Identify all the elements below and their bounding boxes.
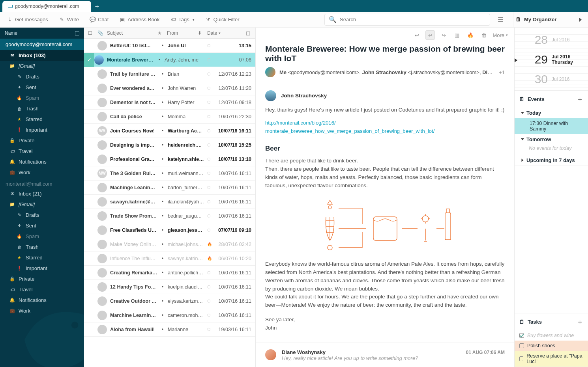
- sidebar-account[interactable]: monterail@mail.com: [0, 178, 84, 188]
- address-book-button[interactable]: ▣Address Book: [116, 14, 163, 25]
- row-checkbox[interactable]: ✓: [84, 53, 94, 67]
- mini-calendar[interactable]: 28Jul 201629Jul 2016Thursday30Jul 2016: [515, 28, 588, 91]
- message-row[interactable]: Ever wondered abou...•John Warren⬡12/07/…: [84, 81, 255, 95]
- col-attachment-icon[interactable]: 📎: [97, 30, 104, 36]
- task-item[interactable]: Reserve a place at "Papa Luci": [515, 351, 588, 367]
- col-from[interactable]: From: [167, 30, 195, 36]
- sidebar-item-private[interactable]: 🔒Private: [0, 274, 84, 284]
- quick-filter-button[interactable]: ⧩Quick Filter: [202, 14, 243, 25]
- message-row[interactable]: ✓Monterale Breweree: H...•Andy, John, me…: [84, 53, 255, 67]
- sidebar-item-drafts[interactable]: ✎Drafts: [0, 210, 84, 220]
- col-read-icon[interactable]: ◫: [246, 30, 251, 36]
- sidebar-item-private[interactable]: 🔒Private: [0, 135, 84, 146]
- task-checkbox[interactable]: [519, 343, 524, 348]
- task-checkbox[interactable]: [519, 356, 523, 361]
- search-box[interactable]: 🔍: [324, 14, 490, 26]
- tags-dropdown[interactable]: 🏷Tags▾: [167, 14, 197, 25]
- unread-dot-icon: •: [161, 227, 165, 233]
- message-row[interactable]: Trade Show Promotions•bednar_august@hend…: [84, 209, 255, 223]
- sidebar-item-starred[interactable]: ★Starred: [0, 114, 84, 125]
- sidebar-item-drafts[interactable]: ✎Drafts: [0, 71, 84, 82]
- col-date[interactable]: Date▾: [207, 30, 243, 36]
- forward-button[interactable]: ↪: [439, 30, 448, 40]
- message-link[interactable]: http://monterail.com/blog/2016/: [265, 120, 336, 126]
- sidebar-item-work[interactable]: 💼Work: [0, 167, 84, 178]
- add-task-button[interactable]: ＋: [577, 317, 583, 326]
- col-subject[interactable]: Subject: [107, 30, 154, 36]
- message-row[interactable]: Dementor is not that bad•Harry Potter⬡12…: [84, 95, 255, 110]
- sidebar-item-sent[interactable]: ✈Sent: [0, 82, 84, 93]
- task-item[interactable]: Polish shoes: [515, 341, 588, 351]
- calendar-day[interactable]: 30Jul 2016: [529, 69, 588, 89]
- calendar-day[interactable]: 28Jul 2016: [529, 30, 588, 50]
- sidebar-item-important[interactable]: ❗Important: [0, 125, 84, 135]
- event-item[interactable]: 17:30 Dinner with Sammy: [515, 118, 588, 134]
- more-actions[interactable]: More▾: [492, 32, 508, 38]
- task-item[interactable]: Buy flowers and wine: [515, 330, 588, 341]
- sidebar-item-important[interactable]: ❗Important: [0, 263, 84, 274]
- col-star-icon[interactable]: ★: [157, 30, 164, 36]
- message-row[interactable]: Influence The Influence...•sawayn.katrin…: [84, 251, 255, 266]
- sidebar-item-inbox-[interactable]: ✉Inbox (21): [0, 188, 84, 199]
- row-from: Andy, John, me: [165, 57, 204, 63]
- reply-button[interactable]: ↩: [412, 30, 421, 40]
- message-row[interactable]: Professional Graphic De...•katelynn.shie…: [84, 152, 255, 166]
- sender-avatar-small: [265, 90, 276, 101]
- events-section-header[interactable]: 🗓 Events ＋: [515, 91, 588, 108]
- add-event-button[interactable]: ＋: [577, 95, 583, 104]
- sender-avatar: [97, 211, 107, 221]
- message-row[interactable]: 12 Handy Tips For Gener...•koelpin.claud…: [84, 280, 255, 294]
- message-row[interactable]: Free Classfieds Using Th...•gleason.jess…: [84, 223, 255, 237]
- task-checkbox[interactable]: [519, 333, 524, 338]
- sidebar-item-spam[interactable]: 🔥Spam: [0, 93, 84, 103]
- message-row[interactable]: MWThe 3 Golden Rules Proff...•murl.weima…: [84, 166, 255, 181]
- sidebar-view-toggle-icon[interactable]: [75, 31, 79, 35]
- message-row[interactable]: Designing is important•heidenreich.din@y…: [84, 138, 255, 152]
- col-checkbox[interactable]: ☐: [88, 30, 94, 36]
- message-row[interactable]: Machinge Leaning is ...•barton_turner@ef…: [84, 181, 255, 195]
- calendar-day[interactable]: 29Jul 2016Thursday: [529, 50, 588, 69]
- sidebar-item-travel[interactable]: 🏷Travel: [0, 146, 84, 156]
- write-button[interactable]: ✎Write: [56, 14, 82, 25]
- sidebar-item--gmail-[interactable]: 📁[Gmail]: [0, 199, 84, 210]
- archive-button[interactable]: ▥: [452, 30, 462, 40]
- col-junk-icon[interactable]: ⬇: [198, 30, 204, 36]
- message-row[interactable]: sawayn.katrine@manley...•ila.nolan@yahoo…: [84, 195, 255, 209]
- message-row[interactable]: Creating Remarkable Po...•antone.pollich…: [84, 266, 255, 280]
- sidebar-item-spam[interactable]: 🔥Spam: [0, 231, 84, 242]
- message-row[interactable]: Aloha from Hawaii!•Marianne⬡19/03/16 16:…: [84, 322, 255, 337]
- chat-button[interactable]: 💬Chat: [87, 14, 112, 25]
- junk-button[interactable]: 🔥: [466, 30, 475, 40]
- message-row[interactable]: Make Money Online Thr...•michael.johnson…: [84, 237, 255, 251]
- events-tomorrow-toggle[interactable]: Tomorrow: [515, 134, 588, 145]
- sidebar-item-trash[interactable]: 🗑Trash: [0, 242, 84, 252]
- message-row[interactable]: Marchine Learning is ...•cameron.mohr@ar…: [84, 308, 255, 322]
- app-menu-button[interactable]: ☰: [495, 14, 506, 25]
- message-row[interactable]: BetterUI: 10 list...•John UI⬡13:15: [84, 39, 255, 53]
- delete-button[interactable]: 🗑: [479, 30, 489, 40]
- message-row[interactable]: Call da police•Momma⬡10/07/16 22:30: [84, 110, 255, 124]
- tasks-section-header[interactable]: 🗒 Tasks ＋: [515, 313, 588, 330]
- events-today-toggle[interactable]: Today: [515, 108, 588, 118]
- window-tab-active[interactable]: goodymoody@monterail.com: [2, 1, 91, 12]
- sidebar-item-notifications[interactable]: 🔔Notifications: [0, 156, 84, 167]
- reply-all-button[interactable]: ↩: [425, 30, 435, 40]
- new-tab-button[interactable]: +: [91, 2, 103, 12]
- sidebar-item-starred[interactable]: ★Starred: [0, 252, 84, 263]
- get-messages-button[interactable]: ⭳Get messages: [4, 14, 51, 25]
- collapse-organizer-icon[interactable]: [579, 18, 582, 22]
- thread-reply[interactable]: Diane Woshynsky 01 AUG 07:06 AM Hey, rea…: [256, 343, 514, 367]
- sidebar-item-inbox-[interactable]: ✉Inbox (103): [0, 50, 84, 61]
- sidebar-item--gmail-[interactable]: 📁[Gmail]: [0, 61, 84, 71]
- events-upcoming-toggle[interactable]: Upcoming in 7 days: [515, 155, 588, 166]
- message-link[interactable]: monterale_breweree_how_we_merge_passion_…: [265, 128, 434, 134]
- sidebar-account[interactable]: goodymoody@monterail.com: [0, 39, 84, 50]
- junk-indicator-icon: ⬡: [207, 157, 213, 161]
- message-row[interactable]: Trail by furniture as...•Brian⬡12/07/16 …: [84, 67, 255, 81]
- message-row[interactable]: Creative Outdoor Ads•elyssa.kertzmann@ya…: [84, 294, 255, 308]
- search-input[interactable]: [340, 17, 486, 22]
- sidebar-item-sent[interactable]: ✈Sent: [0, 220, 84, 231]
- message-row[interactable]: WAJoin Courses Now!•Wartburg Academy⬡10/…: [84, 124, 255, 138]
- sidebar-item-trash[interactable]: 🗑Trash: [0, 103, 84, 114]
- recipients-more[interactable]: +1: [499, 69, 505, 75]
